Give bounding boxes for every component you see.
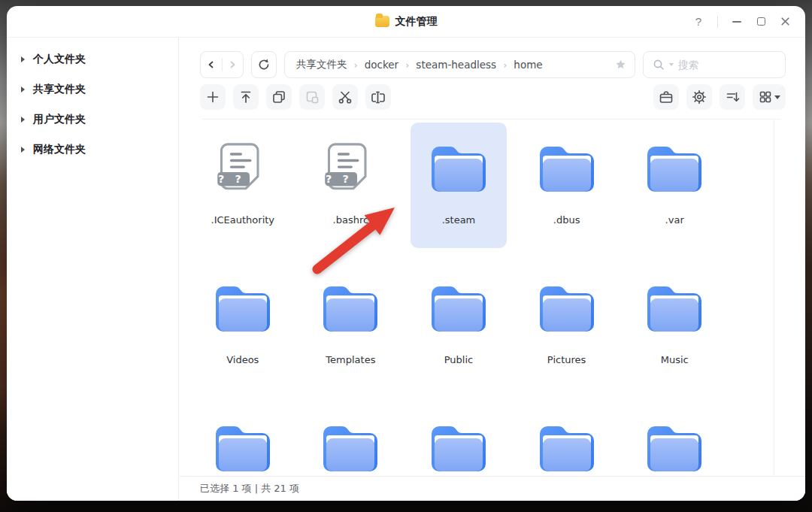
selection-status: 已选择 1 项 | 共 21 项	[200, 482, 299, 495]
file-name: Music	[623, 354, 726, 365]
unknown-file-icon: ? ?	[323, 142, 377, 201]
back-button[interactable]	[201, 52, 222, 77]
copy-icon	[271, 89, 286, 105]
file-name: Videos	[192, 354, 294, 365]
folder-icon	[428, 422, 489, 476]
sidebar: 个人文件夹 共享文件夹 用户文件夹 网络文件夹	[7, 38, 179, 501]
sidebar-item-label: 用户文件夹	[33, 113, 86, 126]
toolbar-right	[653, 84, 786, 110]
chevron-right-icon	[21, 86, 25, 92]
cut-button[interactable]	[332, 84, 358, 110]
file-grid: ? ? .ICEauthority	[189, 123, 729, 476]
refresh-icon	[257, 58, 271, 71]
content-pane: 共享文件夹 › docker › steam-headless › home	[180, 38, 805, 501]
titlebar[interactable]: 文件管理 ?	[7, 6, 805, 38]
unknown-type-badge: ? ?	[326, 173, 353, 185]
breadcrumb-separator: ›	[405, 59, 409, 71]
file-item-templates[interactable]: Templates	[297, 262, 405, 402]
help-button[interactable]: ?	[689, 12, 708, 32]
folder-icon	[428, 282, 489, 341]
file-item-pictures[interactable]: Pictures	[513, 262, 621, 402]
folder-icon	[428, 142, 489, 201]
close-button[interactable]	[775, 12, 795, 32]
file-item[interactable]	[189, 402, 297, 476]
plus-icon	[205, 89, 220, 105]
folder-icon	[212, 422, 274, 476]
window-title: 文件管理	[395, 15, 438, 29]
search-input[interactable]	[678, 59, 776, 71]
folder-app-icon	[375, 16, 389, 27]
paste-button[interactable]	[299, 84, 325, 110]
sidebar-item-label: 共享文件夹	[33, 83, 86, 96]
forward-button[interactable]	[223, 52, 244, 77]
gear-icon	[692, 89, 707, 105]
file-item-iceauthority[interactable]: ? ? .ICEauthority	[189, 123, 297, 262]
breadcrumb-segment[interactable]: docker	[365, 59, 398, 71]
unknown-file-icon: ? ?	[216, 142, 270, 201]
file-item[interactable]	[513, 402, 621, 476]
maximize-icon	[757, 17, 765, 26]
folder-icon	[644, 142, 705, 201]
view-mode-button[interactable]	[753, 84, 786, 110]
toolbar-separator	[202, 119, 780, 120]
toolbox-icon	[658, 89, 674, 105]
breadcrumb-segment[interactable]: steam-headless	[416, 59, 496, 71]
close-icon	[780, 17, 790, 26]
sidebar-item-shared[interactable]: 共享文件夹	[7, 74, 178, 105]
navigation-row: 共享文件夹 › docker › steam-headless › home	[200, 51, 786, 78]
rename-button[interactable]	[365, 84, 391, 110]
favorite-button[interactable]	[615, 59, 626, 71]
folder-icon	[644, 282, 705, 341]
breadcrumb-segment[interactable]: 共享文件夹	[296, 58, 347, 71]
chevron-right-icon	[21, 56, 25, 62]
upload-icon	[238, 89, 253, 105]
paste-icon	[304, 89, 320, 105]
status-bar: 已选择 1 项 | 共 21 项	[180, 476, 805, 501]
copy-button[interactable]	[266, 84, 292, 110]
sort-icon	[725, 89, 740, 105]
search-icon	[653, 59, 665, 71]
file-item-dbus[interactable]: .dbus	[513, 123, 621, 262]
file-manager-window: 文件管理 ?	[7, 6, 805, 501]
sidebar-item-personal[interactable]: 个人文件夹	[7, 44, 178, 74]
search-scope-caret-icon[interactable]	[669, 63, 674, 66]
maximize-button[interactable]	[751, 12, 771, 32]
file-name: .ICEauthority	[192, 214, 294, 226]
file-name: Public	[408, 354, 510, 365]
upload-button[interactable]	[233, 84, 259, 110]
file-item-bashrc[interactable]: ? ? .bashrc	[297, 123, 405, 262]
file-item-music[interactable]: Music	[620, 262, 729, 402]
folder-icon	[536, 282, 598, 341]
file-name: .steam	[408, 214, 510, 226]
file-name: .bashrc	[300, 214, 402, 226]
search-box[interactable]	[643, 51, 786, 78]
sort-button[interactable]	[720, 84, 745, 110]
unknown-type-badge: ? ?	[218, 173, 245, 185]
refresh-button[interactable]	[251, 51, 277, 78]
file-item[interactable]	[404, 402, 513, 476]
task-manager-button[interactable]	[653, 84, 679, 110]
file-item[interactable]	[297, 402, 405, 476]
file-item[interactable]	[620, 402, 729, 476]
file-item-steam[interactable]: .steam	[404, 123, 513, 262]
chevron-right-icon	[21, 147, 25, 153]
chevron-right-icon	[228, 60, 237, 69]
sidebar-item-network[interactable]: 网络文件夹	[7, 135, 178, 165]
settings-button[interactable]	[686, 84, 712, 110]
add-button[interactable]	[200, 84, 226, 110]
file-name: .var	[623, 214, 726, 226]
controls-divider	[717, 16, 718, 28]
file-item-var[interactable]: .var	[620, 123, 729, 262]
breadcrumb-segment[interactable]: home	[514, 59, 542, 71]
breadcrumb-separator: ›	[354, 59, 358, 71]
help-icon: ?	[695, 15, 701, 28]
scroll-gutter	[774, 119, 774, 476]
minimize-button[interactable]	[727, 12, 747, 32]
folder-icon	[212, 282, 274, 341]
file-item-public[interactable]: Public	[404, 262, 513, 402]
chevron-left-icon	[207, 60, 216, 69]
sidebar-item-label: 网络文件夹	[33, 143, 86, 156]
folder-icon	[320, 282, 381, 341]
file-item-videos[interactable]: Videos	[189, 262, 297, 402]
sidebar-item-user[interactable]: 用户文件夹	[7, 105, 178, 135]
